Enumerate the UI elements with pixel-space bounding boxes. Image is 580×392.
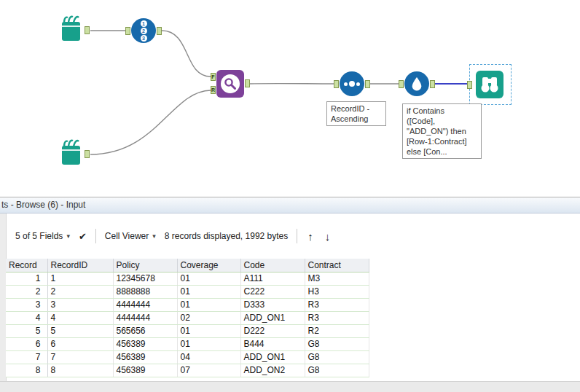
column-header[interactable]: RecordID	[47, 259, 113, 272]
sort-tool[interactable]	[340, 71, 364, 96]
data-cell[interactable]: 6	[47, 337, 113, 350]
data-cell[interactable]: 4444444	[113, 311, 177, 324]
row-number-cell[interactable]: 6	[6, 337, 47, 350]
output-anchor[interactable]	[430, 80, 435, 88]
results-panel-header: ts - Browse (6) - Input	[0, 197, 580, 213]
row-number-cell[interactable]: 8	[6, 364, 47, 377]
records-summary: 8 records displayed, 1992 bytes	[165, 231, 288, 241]
output-anchor[interactable]	[157, 27, 162, 35]
up-arrow-button[interactable]: ↑	[306, 230, 315, 243]
data-cell[interactable]: 7	[47, 350, 113, 364]
find-replace-tool[interactable]: F R	[216, 70, 244, 98]
multi-row-formula-tool[interactable]	[404, 71, 429, 96]
data-cell[interactable]: 456389	[113, 364, 177, 377]
column-header[interactable]: Policy	[113, 259, 177, 272]
row-number-cell[interactable]: 1	[6, 272, 47, 285]
data-cell[interactable]: 02	[177, 311, 240, 324]
data-cell[interactable]: ADD_ON1	[240, 311, 305, 324]
data-cell[interactable]: 01	[177, 298, 240, 311]
results-panel: ts - Browse (6) - Input 5 of 5 Fields ▾ …	[0, 197, 580, 392]
input-anchor[interactable]	[334, 80, 339, 88]
data-cell[interactable]: G8	[305, 350, 369, 364]
column-header[interactable]: Contract	[305, 259, 369, 272]
droplet-icon	[410, 77, 423, 91]
data-cell[interactable]: 565656	[113, 324, 177, 337]
row-number-cell[interactable]: 2	[6, 285, 47, 298]
data-cell[interactable]: G8	[305, 337, 369, 350]
input-anchor-f[interactable]: F	[211, 73, 216, 81]
input-anchor[interactable]	[467, 81, 472, 89]
browse-tool-selection[interactable]	[469, 64, 512, 105]
data-cell[interactable]: R3	[305, 298, 369, 311]
input-data-icon	[55, 159, 86, 171]
input-anchor-r[interactable]: R	[211, 86, 216, 94]
row-number-cell[interactable]: 5	[6, 324, 47, 337]
data-cell[interactable]: A111	[240, 272, 305, 285]
data-cell[interactable]: C222	[240, 285, 305, 298]
data-cell[interactable]: 04	[177, 350, 240, 364]
data-cell[interactable]: 5	[47, 324, 113, 337]
data-cell[interactable]: M3	[305, 272, 369, 285]
column-header[interactable]: Coverage	[177, 259, 240, 272]
binoculars-icon	[480, 76, 499, 93]
output-anchor[interactable]	[365, 80, 370, 88]
recordid-tool[interactable]: 1 2 3	[131, 18, 156, 43]
badge-2: 2	[141, 28, 147, 34]
data-cell[interactable]: 1	[47, 272, 113, 285]
data-cell[interactable]: 456389	[113, 350, 177, 364]
data-cell[interactable]: G8	[305, 364, 369, 377]
formula-annotation[interactable]: if Contains ([Code], "ADD_ON") then [Row…	[402, 103, 482, 159]
input-anchor[interactable]	[125, 27, 130, 35]
table-row: 44444444402ADD_ON1R3	[6, 311, 369, 324]
data-cell[interactable]: D333	[240, 298, 305, 311]
output-anchor[interactable]	[245, 79, 250, 87]
data-cell[interactable]: ADD_ON2	[240, 364, 305, 377]
fields-dropdown[interactable]: 5 of 5 Fields ▾	[15, 231, 70, 241]
fields-dropdown-label: 5 of 5 Fields	[15, 231, 63, 241]
row-number-cell[interactable]: 3	[6, 298, 47, 311]
row-number-cell[interactable]: 7	[6, 350, 47, 364]
data-cell[interactable]: 8888888	[113, 285, 177, 298]
recordid-icon: 1 2 3	[131, 18, 156, 43]
data-cell[interactable]: 4	[47, 311, 113, 324]
input-data-tool-2[interactable]	[55, 138, 90, 170]
bottom-strip	[0, 381, 580, 392]
column-header[interactable]: Code	[240, 259, 305, 272]
badge-1: 1	[141, 20, 147, 27]
cell-viewer-label: Cell Viewer	[105, 231, 149, 241]
data-cell[interactable]: D222	[240, 324, 305, 337]
data-cell[interactable]: R3	[305, 311, 369, 324]
apply-check-button[interactable]: ✔	[79, 231, 87, 242]
down-arrow-button[interactable]: ↓	[324, 230, 332, 243]
data-cell[interactable]: H3	[305, 285, 369, 298]
data-cell[interactable]: 4444444	[113, 298, 177, 311]
data-cell[interactable]: 456389	[113, 337, 177, 350]
table-row: 6645638901B444G8	[6, 337, 369, 350]
input-data-tool-1[interactable]	[55, 15, 90, 47]
toolbar-separator	[297, 229, 297, 243]
cell-viewer-dropdown[interactable]: Cell Viewer ▾	[105, 231, 156, 241]
workflow-canvas: 1 2 3	[0, 0, 580, 197]
row-number-cell[interactable]: 4	[6, 311, 47, 324]
browse-tool[interactable]	[476, 71, 503, 98]
output-anchor[interactable]	[85, 150, 90, 158]
input-anchor[interactable]	[399, 80, 404, 88]
data-cell[interactable]: R2	[305, 324, 369, 337]
data-cell[interactable]: 12345678	[113, 272, 177, 285]
data-cell[interactable]: 01	[177, 272, 240, 285]
column-header[interactable]: Record	[6, 259, 47, 272]
data-cell[interactable]: 07	[177, 364, 240, 377]
input-data-icon	[55, 35, 86, 47]
results-table: RecordRecordIDPolicyCoverageCodeContract…	[6, 259, 369, 377]
data-cell[interactable]: B444	[240, 337, 305, 350]
data-cell[interactable]: 3	[47, 298, 113, 311]
data-cell[interactable]: 2	[47, 285, 113, 298]
data-cell[interactable]: 8	[47, 364, 113, 377]
sort-annotation[interactable]: RecordID - Ascending	[326, 101, 386, 126]
data-cell[interactable]: 01	[177, 337, 240, 350]
data-cell[interactable]: 01	[177, 285, 240, 298]
data-cell[interactable]: ADD_ON1	[240, 350, 305, 364]
results-toolbar: 5 of 5 Fields ▾ ✔ Cell Viewer ▾ 8 record…	[7, 213, 580, 259]
output-anchor[interactable]	[85, 26, 90, 34]
data-cell[interactable]: 01	[177, 324, 240, 337]
